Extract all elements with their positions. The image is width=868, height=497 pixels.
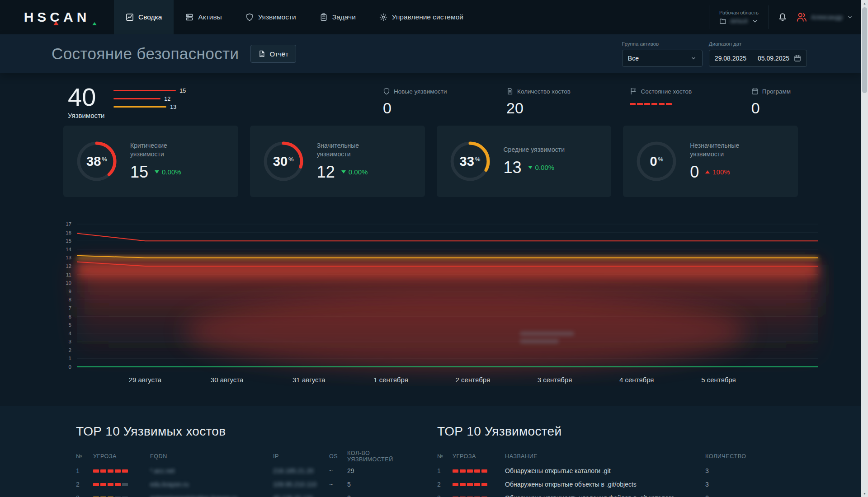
summary-icon — [126, 13, 134, 21]
legend-line — [113, 90, 176, 91]
top-navbar: HSCAN СводкаАктивыУязвимостиЗадачиУправл… — [0, 0, 861, 34]
host-os: ~ — [329, 481, 347, 488]
tab-5[interactable]: Управление системой — [368, 0, 475, 34]
svg-text:7: 7 — [69, 305, 71, 311]
host-os: ~ — [329, 494, 347, 497]
host-ip: 216.185.21.20 — [273, 467, 329, 474]
svg-text:1 сентября: 1 сентября — [373, 376, 408, 384]
page-title: Состояние безопасности — [52, 45, 239, 63]
trend-indicator: 0.00% — [341, 168, 368, 176]
vuln-name: Обнаружены открытые объекты в .git/objec… — [505, 481, 705, 488]
trend-indicator: 0.00% — [528, 164, 555, 171]
table-row[interactable]: 3enterpriseregistration.krayon.ru40.126.… — [76, 491, 403, 497]
calendar-icon — [794, 55, 801, 62]
vuln-card-3[interactable]: 33%Средние уязвимости130.00% — [437, 126, 612, 197]
tab-label: Уязвимости — [258, 13, 296, 21]
svg-text:11: 11 — [66, 272, 71, 277]
table-row[interactable]: 2Обнаружены открытые объекты в .git/obje… — [437, 478, 764, 491]
stat-value: 20 — [506, 99, 571, 117]
tasks-icon — [320, 13, 328, 21]
svg-text:2: 2 — [69, 347, 71, 353]
app-logo[interactable]: HSCAN — [0, 0, 114, 34]
notifications-bell-icon[interactable] — [778, 13, 787, 22]
legend-row: 12 — [113, 96, 186, 102]
vuln-name: Обнаружена уязвимость удаления файлов в … — [505, 494, 705, 497]
nav-right: Рабочая область default Александр — [709, 0, 861, 34]
asset-group-label: Группа активов — [622, 41, 703, 47]
total-value: 40 — [68, 85, 104, 109]
vuln-count: 2 — [705, 494, 764, 497]
header-filters: Группа активов Все Диапазон дат 29.08.20… — [622, 41, 807, 67]
row-number: 1 — [76, 467, 93, 474]
svg-text:5 сентября: 5 сентября — [701, 376, 736, 384]
tab-label: Сводка — [138, 13, 162, 21]
svg-text:0: 0 — [69, 364, 71, 370]
trend-value: 0.00% — [535, 164, 555, 171]
workspace-switcher[interactable]: Рабочая область default — [709, 5, 769, 29]
svg-text:12: 12 — [66, 263, 71, 269]
report-button-label: Отчёт — [269, 50, 288, 58]
tab-3[interactable]: Уязвимости — [234, 0, 308, 34]
vuln-card-2[interactable]: 30%Значительные уязвимости120.00% — [250, 126, 425, 197]
trend-value: 0.00% — [162, 168, 181, 176]
table-row[interactable]: 1Обнаружены открытые каталоги .git3 — [437, 464, 764, 478]
report-button[interactable]: Отчёт — [250, 45, 296, 63]
svg-text:3 сентября: 3 сентября — [538, 376, 572, 384]
svg-text:17: 17 — [66, 221, 71, 227]
vuln-card-1[interactable]: 38%Критические уязвимости150.00% — [63, 126, 238, 197]
top-vulns-table: ТОР 10 Уязвимостей №УГРОЗАНАЗВАНИЕКОЛИЧЕ… — [437, 424, 764, 497]
date-to-cell[interactable]: 05.09.2025 — [752, 50, 807, 66]
svg-text:10: 10 — [66, 280, 71, 286]
svg-text:4: 4 — [69, 331, 72, 336]
donut-chart: 33% — [447, 138, 494, 185]
page-scrollbar[interactable]: ▲ ▼ — [861, 0, 868, 497]
row-number: 2 — [76, 481, 93, 488]
column-header: IP — [273, 453, 329, 459]
tab-4[interactable]: Задачи — [308, 0, 368, 34]
scrollbar-up-arrow[interactable]: ▲ — [861, 0, 868, 7]
column-header: № — [76, 453, 93, 459]
column-header: КОЛ-ВО УЯЗВИМОСТЕЙ — [347, 450, 403, 463]
severity-bars — [453, 469, 505, 473]
svg-text:30 августа: 30 августа — [211, 376, 244, 384]
date-range-picker[interactable]: 29.08.2025 05.09.2025 — [709, 50, 807, 67]
row-number: 1 — [437, 467, 453, 474]
user-menu[interactable]: Александр — [796, 12, 853, 23]
svg-text:4 сентября: 4 сентября — [619, 376, 654, 384]
asset-group-select[interactable]: Все — [622, 50, 703, 67]
date-from[interactable]: 29.08.2025 — [709, 50, 752, 66]
stat-label: Состояние хостов — [641, 88, 692, 95]
host-state-dashes — [630, 103, 692, 105]
vulnerability-trend-chart: 0123456789101112131415161729 августа30 а… — [0, 215, 861, 386]
svg-text:5: 5 — [69, 322, 71, 328]
svg-text:3: 3 — [69, 339, 71, 344]
top-vulns-title: ТОР 10 Уязвимостей — [437, 424, 764, 439]
donut-chart: 38% — [73, 138, 120, 185]
card-count: 0 — [690, 163, 699, 182]
card-count: 15 — [130, 163, 148, 182]
svg-text:14: 14 — [66, 247, 71, 252]
row-number: 3 — [76, 494, 93, 497]
scrollbar-thumb[interactable] — [862, 7, 867, 93]
host-fqdn: enterpriseregistration.krayon.ru — [150, 494, 273, 497]
severity-bars — [93, 483, 150, 486]
tab-1[interactable]: Сводка — [114, 0, 174, 34]
svg-text:31 августа: 31 августа — [292, 376, 326, 384]
asset-group-filter: Группа активов Все — [622, 41, 703, 67]
table-row[interactable]: 3Обнаружена уязвимость удаления файлов в… — [437, 491, 764, 497]
donut-chart: 0% — [633, 138, 680, 185]
table-row[interactable]: 2edu.krayon.ru109.95.210.110~5 — [76, 478, 403, 491]
chevron-down-icon — [690, 55, 697, 61]
logo-green-accent-icon — [92, 22, 97, 25]
stat-item-new-vulns: Новые уязвимости0 — [383, 88, 447, 119]
legend-line — [113, 98, 160, 99]
chevron-down-icon — [847, 14, 853, 20]
scrollbar-down-arrow[interactable]: ▼ — [861, 490, 868, 497]
tab-label: Задачи — [332, 13, 356, 21]
table-header-row: №УГРОЗАНАЗВАНИЕКОЛИЧЕСТВО — [437, 449, 764, 464]
percent-sign: % — [475, 156, 481, 163]
tab-2[interactable]: Активы — [174, 0, 233, 34]
vuln-card-4[interactable]: 0%Незначительные уязвимости0100% — [623, 126, 798, 197]
table-row[interactable]: 1*.acc.net216.185.21.20~29 — [76, 464, 403, 478]
table-header-row: №УГРОЗАFQDNIPOSКОЛ-ВО УЯЗВИМОСТЕЙ — [76, 449, 403, 464]
